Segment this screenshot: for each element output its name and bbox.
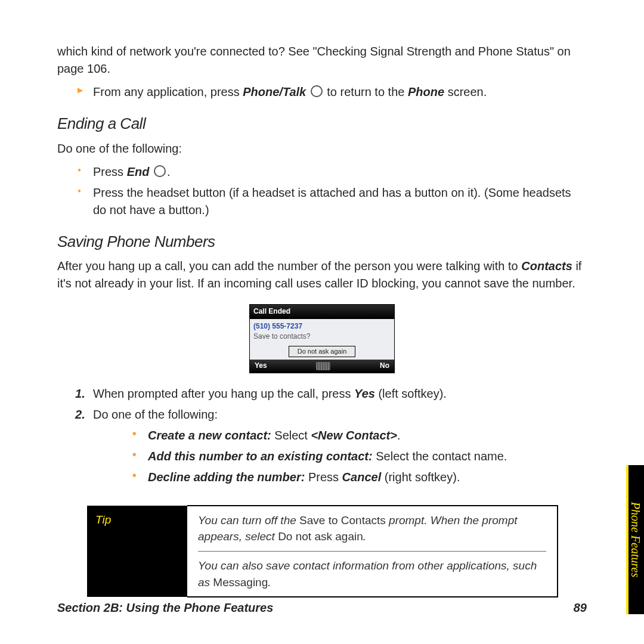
phone-talk-button-icon	[311, 85, 323, 97]
text: Select the contact name.	[373, 450, 507, 463]
label: Add this number to an existing contact:	[148, 450, 373, 463]
step-2: Do one of the following: Create a new co…	[75, 406, 587, 486]
value: <New Contact>	[311, 429, 397, 442]
label: Decline adding the number:	[148, 470, 305, 484]
softkey-yes: Yes	[255, 361, 267, 371]
tip-divider	[198, 551, 546, 552]
text: Press	[93, 165, 127, 178]
dialog-do-not-ask: Do not ask again	[289, 346, 355, 358]
side-tab: Phone Features	[626, 465, 644, 614]
text: .	[363, 530, 366, 543]
ending-lead: Do one of the following:	[57, 140, 587, 157]
dialog-title: Call Ended	[250, 305, 394, 318]
key-phone: Phone	[408, 85, 444, 98]
text: (right softkey).	[381, 470, 460, 484]
text: You can turn off the	[198, 514, 299, 527]
heading-saving-numbers: Saving Phone Numbers	[57, 231, 587, 253]
text: Select	[271, 429, 311, 442]
text: From any application, press	[93, 85, 243, 98]
end-button-icon	[154, 165, 166, 177]
text: .	[397, 429, 401, 442]
option-decline: Decline adding the number: Press Cancel …	[136, 469, 587, 486]
key-end: End	[127, 165, 150, 178]
step-2-options: Create a new contact: Select <New Contac…	[93, 427, 587, 486]
footer-page-number: 89	[574, 599, 587, 617]
key-contacts: Contacts	[521, 259, 572, 273]
option-add-existing: Add this number to an existing contact: …	[136, 448, 587, 465]
value: Cancel	[342, 470, 382, 484]
softkey-center-icon	[316, 362, 330, 370]
text: to return to the	[327, 85, 408, 98]
label: Create a new contact:	[148, 429, 271, 442]
key-save-to-contacts: Save to Contacts	[299, 514, 386, 527]
intro-bullet-list: From any application, press Phone/Talk t…	[57, 83, 587, 101]
saving-lead: After you hang up a call, you can add th…	[57, 258, 587, 292]
softkey-no: No	[380, 361, 389, 371]
ending-bullet-2: Press the headset button (if a headset i…	[81, 184, 587, 219]
option-create-contact: Create a new contact: Select <New Contac…	[136, 427, 587, 444]
text: screen.	[444, 85, 487, 98]
text: Do one of the following:	[93, 408, 218, 421]
text: When prompted after you hang up the call…	[93, 387, 354, 400]
side-tab-label: Phone Features	[627, 502, 644, 577]
tip-label: Tip	[87, 506, 187, 597]
heading-ending-a-call: Ending a Call	[57, 113, 587, 135]
ending-bullet-list: Press End . Press the headset button (if…	[57, 163, 587, 219]
footer-section: Section 2B: Using the Phone Features	[57, 599, 273, 617]
intro-bullet: From any application, press Phone/Talk t…	[81, 83, 587, 101]
key-yes: Yes	[354, 387, 375, 400]
page-footer: Section 2B: Using the Phone Features 89	[57, 599, 587, 617]
call-ended-dialog: Call Ended (510) 555-7237 Save to contac…	[249, 304, 395, 373]
document-page: which kind of network you're connected t…	[0, 0, 644, 644]
text: .	[167, 165, 171, 178]
dialog-softkey-bar: Yes No	[250, 360, 394, 372]
dialog-prompt: Save to contacts?	[253, 332, 391, 342]
step-1: When prompted after you hang up the call…	[75, 385, 587, 402]
tip-box: Tip You can turn off the Save to Contact…	[87, 505, 558, 597]
tip-content: You can turn off the Save to Contacts pr…	[187, 506, 558, 597]
key-do-not-ask: Do not ask again	[278, 530, 363, 543]
key-phone-talk: Phone/Talk	[243, 85, 306, 98]
text: .	[268, 576, 271, 589]
intro-continuation: which kind of network you're connected t…	[57, 43, 587, 78]
tip-line-1: You can turn off the Save to Contacts pr…	[198, 512, 546, 545]
text: After you hang up a call, you can add th…	[57, 259, 521, 273]
text: Press	[305, 470, 342, 484]
dialog-number: (510) 555-7237	[253, 321, 391, 332]
ending-bullet-1: Press End .	[81, 163, 587, 181]
text: (left softkey).	[375, 387, 447, 400]
dialog-body: (510) 555-7237 Save to contacts? Do not …	[250, 319, 394, 360]
key-messaging: Messaging	[213, 576, 268, 589]
tip-line-2: You can also save contact information fr…	[198, 558, 546, 590]
saving-steps: When prompted after you hang up the call…	[57, 385, 587, 486]
